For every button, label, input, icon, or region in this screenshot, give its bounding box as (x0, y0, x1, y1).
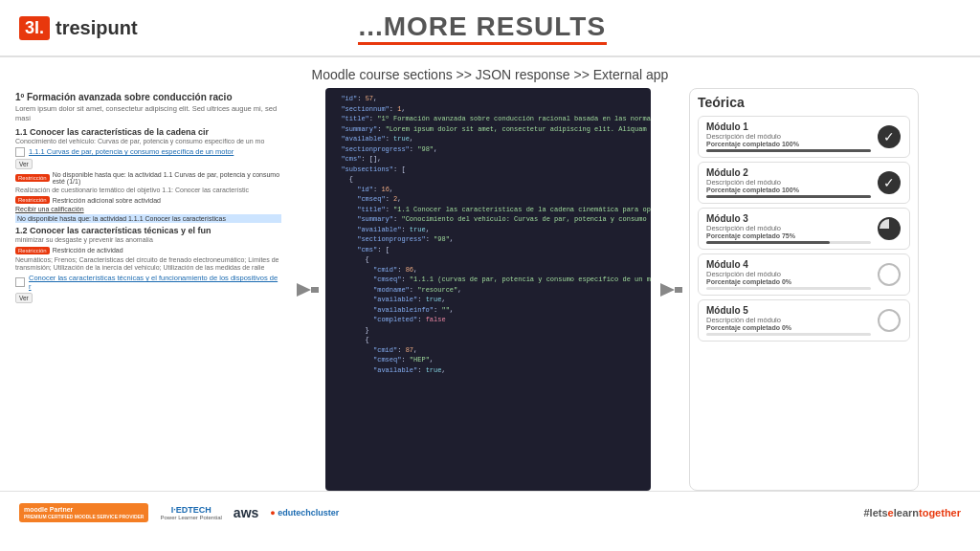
section1-desc: Lorem ipsum dolor sit amet, consectetur … (15, 104, 281, 123)
subsection1: 1.1 Conocer las características de la ca… (15, 127, 281, 224)
subsection2: 1.2 Conocer las características técnicas… (15, 226, 281, 303)
badge1: Restricción (15, 174, 50, 182)
module-title: Módulo 1 (706, 121, 871, 132)
module-title: Módulo 3 (706, 213, 871, 224)
svg-marker-0 (297, 283, 311, 297)
json-line: "cms": [], (333, 154, 643, 165)
json-line: "id": 57, (333, 94, 643, 104)
module-title: Módulo 5 (706, 305, 871, 316)
section1-title: 1º Formación avanzada sobre conducción r… (15, 92, 281, 102)
logo-text: tresipunt (56, 17, 138, 39)
progress-bar-fill (706, 149, 871, 152)
logo-box: 3I. (19, 16, 50, 40)
title-main: MORE RESULTS (384, 11, 606, 41)
title-prefix: ... (358, 11, 383, 41)
moodle-partner-logo: moodle Partner PREMIUM CERTIFIED MOODLE … (19, 503, 148, 522)
module-card-1: Módulo 1 Descripción del módulo Porcenta… (698, 116, 910, 158)
footer-logos: moodle Partner PREMIUM CERTIFIED MOODLE … (19, 503, 339, 522)
module-card-info: Módulo 1 Descripción del módulo Porcenta… (706, 121, 871, 152)
checkbox-1[interactable] (15, 147, 25, 157)
main-content: 1º Formación avanzada sobre conducción r… (0, 88, 980, 491)
module-desc: Descripción del módulo (706, 132, 871, 141)
arrow-right-icon-2 (656, 276, 684, 304)
badge2-text: Restricción adicional sobre actividad (53, 197, 161, 204)
desc-quiz: Realización de cuestionario temático del… (15, 187, 281, 194)
subsection1-desc: Conocimiento del vehículo: Curvas de par… (15, 138, 281, 145)
module2-label: Conocer las características técnicas y e… (29, 274, 281, 291)
module1-label: 1.1.1 Curvas de par, potencia y consumo … (29, 147, 234, 156)
check-full-icon: ✓ (878, 125, 901, 148)
module-title: Módulo 2 (706, 167, 871, 178)
json-line: "title": "1º Formación avanzada sobre co… (333, 114, 643, 124)
json-line: "summary": "Lorem ipsum dolor sit amet, … (333, 124, 643, 135)
logo-area: 3I. tresipunt (19, 16, 138, 40)
json-line: "subsections": [ (333, 165, 643, 175)
module-progress-label: Porcentaje completado 0% (706, 324, 871, 331)
json-line: { (333, 335, 643, 345)
subtitle: Moodle course sections >> JSON response … (0, 57, 980, 88)
title-underline (358, 42, 607, 45)
module-progress-label: Porcentaje completado 100% (706, 187, 871, 193)
subsection2-content: Neumáticos; Frenos; Características del … (15, 256, 281, 273)
json-line: "title": "1.1 Conocer las característica… (333, 205, 643, 215)
json-line: "sectionnum": 1, (333, 104, 643, 115)
svg-rect-3 (675, 287, 682, 293)
aws-logo: aws (234, 505, 258, 520)
check-empty-icon (878, 309, 901, 332)
json-line: "sectionprogress": "98", (333, 234, 643, 245)
json-line: "available": true, (333, 365, 643, 376)
module-item-2: Conocer las características técnicas y e… (15, 274, 281, 291)
arrow-right (651, 88, 689, 491)
module-progress-label: Porcentaje completado 0% (706, 278, 871, 285)
moodle-ui-panel: 1º Formación avanzada sobre conducción r… (10, 88, 287, 491)
check-half-icon (878, 217, 901, 240)
edutechcluster-logo: ● edutechcluster (270, 508, 339, 518)
subsection2-desc2: minimizar su desgaste y prevenir las ano… (15, 236, 281, 244)
module-desc: Descripción del módulo (706, 178, 871, 187)
subsection2-title: 1.2 Conocer las características técnicas… (15, 226, 281, 235)
check-full-icon: ✓ (878, 171, 901, 194)
json-line: "cms": [ (333, 245, 643, 255)
json-line: "available": true, (333, 134, 643, 144)
arrow-left (287, 88, 325, 491)
progress-bar-fill (706, 241, 830, 244)
module-card-info: Módulo 4 Descripción del módulo Porcenta… (706, 259, 871, 290)
arrow-right-icon (292, 276, 321, 304)
json-line: "summary": "Conocimiento del vehículo: C… (333, 214, 643, 225)
page-title: ...MORE RESULTS (138, 11, 827, 42)
svg-marker-2 (660, 283, 675, 297)
module-card-2: Módulo 2 Descripción del módulo Porcenta… (698, 162, 910, 204)
progress-bar-fill (706, 195, 871, 198)
progress-bar-container (706, 195, 871, 198)
json-line: "sectionprogress": "98", (333, 144, 643, 155)
json-line: { (333, 254, 643, 265)
progress-bar-container (706, 241, 871, 244)
json-line: } (333, 325, 643, 336)
module-progress-label: Porcentaje completado 100% (706, 141, 871, 147)
json-line: "cmseq": "1.1.1 (curvas de par, potencia… (333, 275, 643, 285)
module-progress-label: Porcentaje completado 75% (706, 232, 871, 239)
progress-bar-container (706, 333, 871, 336)
modules-container: Módulo 1 Descripción del módulo Porcenta… (698, 116, 910, 342)
ver1-button[interactable]: Ver (15, 159, 33, 169)
module-title: Módulo 4 (706, 259, 871, 270)
progress-bar-container (706, 287, 871, 290)
ver2-button[interactable]: Ver (15, 293, 33, 303)
badge1-text: No disponible hasta que: la actividad 1.… (53, 171, 281, 185)
json-line: { (333, 174, 643, 185)
module-check (877, 262, 902, 287)
module-check (877, 308, 902, 333)
badge3-text: Restricción de actividad (53, 247, 123, 253)
highlight-text: No disponible hasta que: la actividad 1.… (15, 214, 281, 223)
modules-panel: Teórica Módulo 1 Descripción del módulo … (689, 88, 919, 491)
json-line: "cmid": 86, (333, 265, 643, 276)
module-card-info: Módulo 3 Descripción del módulo Porcenta… (706, 213, 871, 244)
check-empty-icon (878, 263, 901, 286)
subsection1-title: 1.1 Conocer las características de la ca… (15, 127, 281, 137)
checkbox-2[interactable] (15, 277, 25, 287)
module-card-5: Módulo 5 Descripción del módulo Porcenta… (698, 299, 910, 342)
json-line: "cmid": 87, (333, 345, 643, 356)
module-card-3: Módulo 3 Descripción del módulo Porcenta… (698, 208, 910, 250)
module-check: ✓ (877, 124, 902, 149)
json-line: "modname": "resource", (333, 285, 643, 296)
